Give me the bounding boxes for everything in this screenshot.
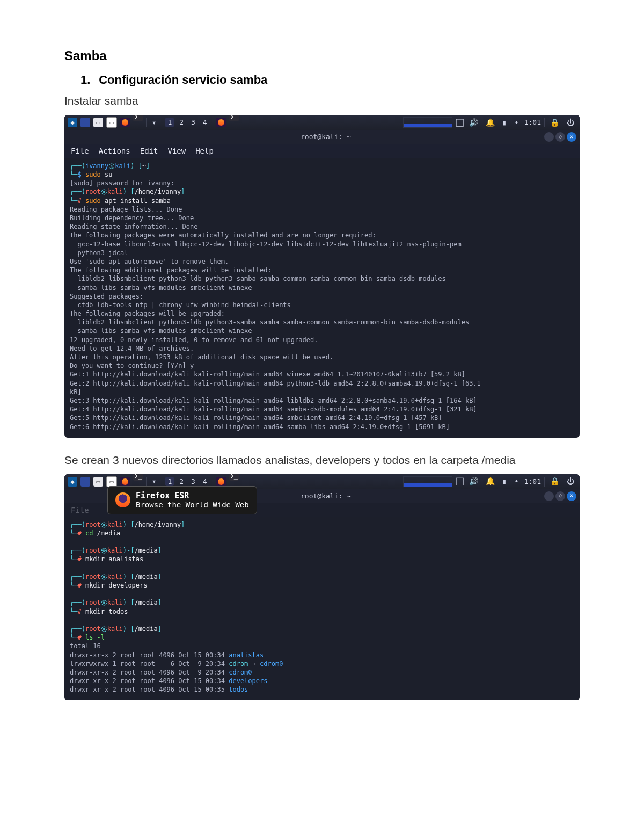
network-graph <box>403 117 452 128</box>
close-button[interactable]: ✕ <box>567 132 576 142</box>
lock-icon[interactable]: 🔒 <box>548 476 561 487</box>
bell-icon[interactable]: 🔔 <box>484 476 497 487</box>
firefox-tooltip: Firefox ESR Browse the World Wide Web <box>107 486 257 514</box>
menu-file[interactable]: File <box>71 146 89 156</box>
workspace-3[interactable]: 3 <box>189 477 197 487</box>
terminal-output: ┌──(root㉿kali)-[/home/ivanny] └─# cd /me… <box>64 517 580 701</box>
firefox-icon[interactable] <box>120 118 130 127</box>
taskbar-firefox-icon[interactable] <box>216 477 226 487</box>
minimize-button[interactable]: – <box>544 491 554 501</box>
window-titlebar: root@kali: ~ – ◇ ✕ <box>64 130 580 144</box>
terminal-output: ┌──(ivanny㉿kali)-[~] └─$ sudo su [sudo] … <box>64 158 580 438</box>
chevron-down-icon[interactable]: ▾ <box>150 118 158 128</box>
screen-icon[interactable]: ⃞ <box>459 476 464 487</box>
kali-menu-icon[interactable]: ◆ <box>68 118 77 127</box>
workspace-3[interactable]: 3 <box>189 118 197 127</box>
plug-icon[interactable]: • <box>512 476 521 487</box>
firefox-large-icon <box>115 492 130 507</box>
minimize-button[interactable]: – <box>544 132 554 142</box>
document-page: Samba 1. Configuración servicio samba In… <box>0 0 644 834</box>
workspace-4[interactable]: 4 <box>201 118 209 127</box>
section-title-text: Configuración servicio samba <box>99 73 267 86</box>
terminal-menubar: File Actions Edit View Help <box>64 144 580 158</box>
battery-icon[interactable]: ▮ <box>500 476 509 487</box>
volume-icon[interactable]: 🔊 <box>467 476 480 487</box>
clock[interactable]: 1:01 <box>524 477 541 487</box>
lock-icon[interactable]: 🔒 <box>548 118 561 128</box>
chevron-down-icon[interactable]: ▾ <box>150 476 158 487</box>
terminal-screenshot-2: ◆ ▭ ▭ ❯_ ▾ 1 2 3 4 ❯_ ⃞ 🔊 🔔 ▮ • <box>64 474 580 701</box>
app-icon[interactable] <box>80 477 90 487</box>
workspace-1[interactable]: 1 <box>165 118 174 127</box>
taskbar: ◆ ▭ ▭ ❯_ ▾ 1 2 3 4 ❯_ ⃞ 🔊 🔔 ▮ • <box>64 115 580 130</box>
clock[interactable]: 1:01 <box>524 118 541 127</box>
tooltip-text: Firefox ESR Browse the World Wide Web <box>136 491 249 510</box>
volume-icon[interactable]: 🔊 <box>467 118 480 128</box>
text-editor-icon[interactable]: ▭ <box>106 476 117 487</box>
section-number: 1. <box>80 73 96 87</box>
menu-help[interactable]: Help <box>195 146 214 156</box>
taskbar-terminal-icon[interactable]: ❯_ <box>229 115 239 121</box>
power-icon[interactable]: ⏻ <box>565 118 576 128</box>
power-icon[interactable]: ⏻ <box>565 476 576 487</box>
workspace-2[interactable]: 2 <box>177 477 186 487</box>
workspace-2[interactable]: 2 <box>177 118 186 127</box>
menu-edit[interactable]: Edit <box>140 146 158 156</box>
screen-icon[interactable]: ⃞ <box>459 118 464 128</box>
taskbar-firefox-icon[interactable] <box>216 118 226 127</box>
network-graph <box>403 476 452 487</box>
plug-icon[interactable]: • <box>512 118 521 128</box>
terminal-icon[interactable]: ❯_ <box>133 115 143 121</box>
text-editor-icon[interactable]: ▭ <box>106 117 117 128</box>
paragraph-2: Se crean 3 nuevos directorios llamados a… <box>64 454 580 467</box>
maximize-button[interactable]: ◇ <box>555 491 565 501</box>
doc-title: Samba <box>64 48 580 63</box>
firefox-icon[interactable] <box>120 477 130 487</box>
workspace-4[interactable]: 4 <box>201 477 209 487</box>
terminal-icon[interactable]: ❯_ <box>133 474 143 481</box>
menu-actions[interactable]: Actions <box>99 146 130 156</box>
paragraph-1: Instalar samba <box>64 95 580 107</box>
files-icon[interactable]: ▭ <box>93 118 103 127</box>
tooltip-subtitle: Browse the World Wide Web <box>136 501 249 509</box>
kali-menu-icon[interactable]: ◆ <box>68 477 77 487</box>
taskbar-terminal-icon[interactable]: ❯_ <box>229 474 239 481</box>
window-title: root@kali: ~ <box>107 132 544 142</box>
menu-file[interactable]: File <box>71 505 89 515</box>
section-heading: 1. Configuración servicio samba <box>80 73 580 87</box>
workspace-1[interactable]: 1 <box>165 477 174 487</box>
tooltip-title: Firefox ESR <box>136 491 189 501</box>
app-icon[interactable] <box>80 118 90 127</box>
bell-icon[interactable]: 🔔 <box>484 118 497 128</box>
terminal-screenshot-1: ◆ ▭ ▭ ❯_ ▾ 1 2 3 4 ❯_ ⃞ 🔊 🔔 ▮ • <box>64 115 580 438</box>
close-button[interactable]: ✕ <box>567 491 576 501</box>
menu-view[interactable]: View <box>167 146 186 156</box>
files-icon[interactable]: ▭ <box>93 477 103 487</box>
battery-icon[interactable]: ▮ <box>500 118 509 128</box>
maximize-button[interactable]: ◇ <box>555 132 565 142</box>
